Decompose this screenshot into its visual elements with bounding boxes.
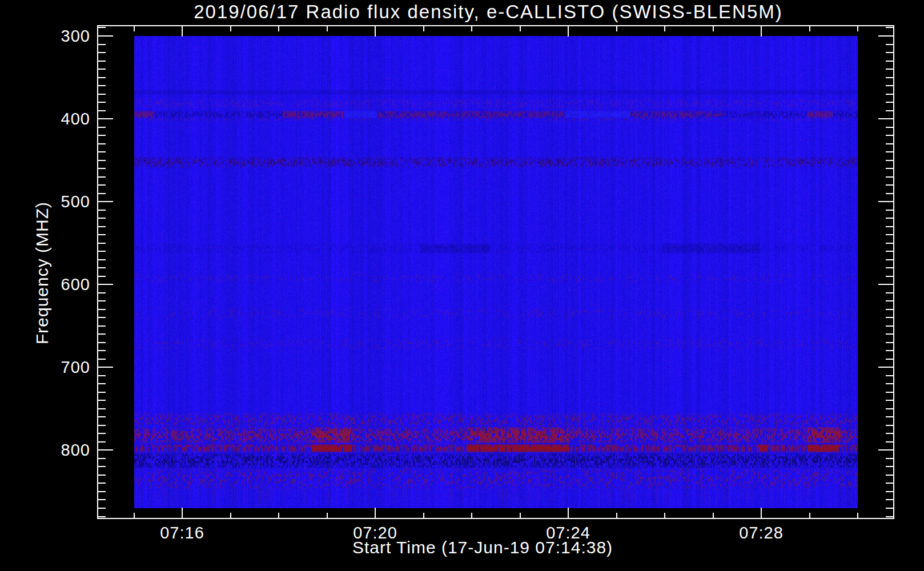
- y-minor-tick-860: [98, 499, 106, 500]
- y-minor-tick-680: [98, 350, 106, 351]
- y-minor-tick-820: [98, 466, 106, 467]
- y-minor-tick-580: [98, 267, 106, 268]
- y-minor-tick-r-420: [886, 135, 893, 136]
- x-tick-label-07:28: 07:28: [721, 524, 801, 541]
- y-minor-tick-370: [98, 94, 106, 95]
- y-minor-tick-290: [98, 27, 106, 28]
- y-minor-tick-r-480: [886, 184, 893, 186]
- y-minor-tick-880: [98, 516, 106, 517]
- y-minor-tick-r-350: [886, 77, 893, 78]
- y-major-tick-300: [98, 35, 113, 37]
- x-minor-tick-t-7: [520, 26, 521, 31]
- y-minor-tick-r-570: [886, 259, 893, 260]
- y-major-tick-r-600: [878, 284, 893, 285]
- y-minor-tick-r-360: [886, 85, 893, 86]
- y-minor-tick-r-590: [886, 276, 893, 277]
- y-minor-tick-r-540: [886, 234, 893, 235]
- y-minor-tick-330: [98, 61, 106, 62]
- y-minor-tick-r-370: [886, 94, 893, 95]
- y-minor-tick-r-670: [886, 342, 893, 343]
- y-minor-tick-720: [98, 383, 106, 384]
- x-minor-tick-7: [520, 513, 521, 518]
- x-minor-tick-3: [327, 513, 328, 518]
- x-minor-tick-t-3: [327, 26, 328, 31]
- y-minor-tick-630: [98, 309, 106, 310]
- y-minor-tick-750: [98, 408, 106, 409]
- y-minor-tick-760: [98, 416, 106, 417]
- x-minor-tick-10: [664, 513, 665, 518]
- y-minor-tick-r-690: [886, 359, 893, 360]
- y-minor-tick-790: [98, 441, 106, 443]
- y-major-tick-600: [98, 284, 113, 285]
- y-minor-tick-r-410: [886, 127, 893, 128]
- y-minor-tick-550: [98, 243, 106, 244]
- y-minor-tick-r-560: [886, 251, 893, 252]
- y-minor-tick-620: [98, 300, 106, 301]
- y-minor-tick-r-340: [886, 69, 893, 70]
- x-minor-tick-t-2: [278, 26, 279, 31]
- y-minor-tick-r-750: [886, 408, 893, 409]
- y-minor-tick-r-770: [886, 425, 893, 426]
- x-tick-label-07:16: 07:16: [142, 524, 222, 541]
- x-minor-tick-t-13: [809, 26, 810, 31]
- y-minor-tick-420: [98, 135, 106, 136]
- x-major-tick-12: [761, 508, 762, 518]
- y-minor-tick-340: [98, 69, 106, 70]
- y-minor-tick-r-740: [886, 400, 893, 401]
- y-minor-tick-360: [98, 85, 106, 86]
- x-minor-tick-t-6: [471, 26, 472, 31]
- x-minor-tick-6: [471, 513, 472, 518]
- x-minor-tick-t-9: [616, 26, 617, 31]
- y-minor-tick-570: [98, 259, 106, 260]
- y-tick-label-700: 700: [22, 359, 90, 376]
- x-minor-tick-13: [809, 513, 810, 518]
- y-minor-tick-730: [98, 392, 106, 393]
- y-minor-tick-r-290: [886, 27, 893, 28]
- y-major-tick-r-800: [878, 449, 893, 451]
- y-major-tick-500: [98, 201, 113, 202]
- y-minor-tick-690: [98, 359, 106, 360]
- y-minor-tick-390: [98, 110, 106, 111]
- x-minor-tick-5: [423, 513, 424, 518]
- y-minor-tick-610: [98, 292, 106, 293]
- y-minor-tick-r-640: [886, 317, 893, 318]
- x-minor-tick-14: [857, 513, 858, 518]
- y-minor-tick-590: [98, 276, 106, 277]
- y-major-tick-400: [98, 118, 113, 119]
- x-major-tick-t-12: [761, 26, 762, 37]
- y-minor-tick-r-660: [886, 333, 893, 335]
- y-minor-tick-520: [98, 218, 106, 219]
- y-minor-tick-660: [98, 333, 106, 335]
- x-minor-tick-t-11: [713, 26, 714, 31]
- y-minor-tick-r-470: [886, 176, 893, 178]
- y-minor-tick-r-450: [886, 160, 893, 161]
- y-tick-label-600: 600: [22, 276, 90, 293]
- y-minor-tick-r-530: [886, 226, 893, 227]
- y-minor-tick-710: [98, 375, 106, 376]
- x-major-tick-t-0: [182, 26, 183, 37]
- y-major-tick-r-500: [878, 201, 893, 202]
- y-tick-label-300: 300: [22, 27, 90, 45]
- x-major-tick-t-4: [375, 26, 376, 37]
- y-minor-tick-510: [98, 210, 106, 211]
- y-minor-tick-r-430: [886, 143, 893, 144]
- y-minor-tick-380: [98, 102, 106, 103]
- y-minor-tick-830: [98, 475, 106, 476]
- chart-title: 2019/06/17 Radio flux density, e-CALLIST…: [194, 1, 783, 23]
- y-minor-tick-840: [98, 482, 106, 484]
- y-minor-tick-r-630: [886, 309, 893, 310]
- y-minor-tick-640: [98, 317, 106, 318]
- y-minor-tick-r-710: [886, 375, 893, 376]
- x-minor-tick-t-1: [230, 26, 231, 31]
- y-minor-tick-r-860: [886, 499, 893, 500]
- x-major-tick-8: [568, 508, 569, 518]
- y-minor-tick-490: [98, 193, 106, 194]
- y-minor-tick-r-580: [886, 267, 893, 268]
- y-minor-tick-r-320: [886, 52, 893, 53]
- y-minor-tick-350: [98, 77, 106, 78]
- x-minor-tick-2: [278, 513, 279, 518]
- y-major-tick-700: [98, 367, 113, 368]
- y-minor-tick-r-330: [886, 61, 893, 62]
- y-minor-tick-r-610: [886, 292, 893, 293]
- y-minor-tick-540: [98, 234, 106, 235]
